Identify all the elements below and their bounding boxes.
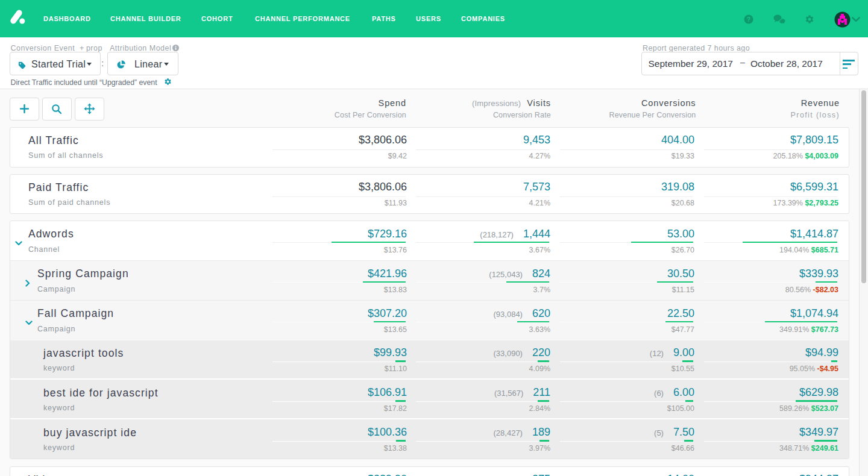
svg-text:?: ? bbox=[747, 16, 750, 23]
